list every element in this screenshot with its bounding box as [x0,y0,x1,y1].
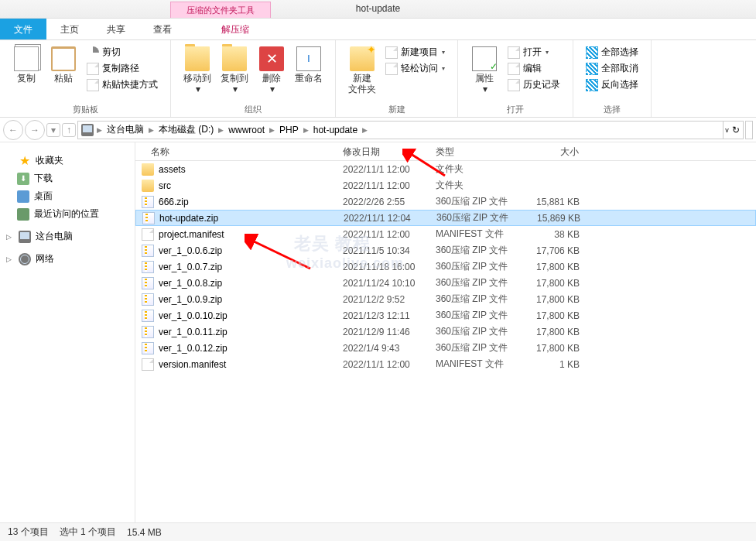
file-type: 360压缩 ZIP 文件 [429,244,524,257]
easy-access-button[interactable]: 轻松访问▾ [384,61,446,76]
file-date: 2022/2/26 2:55 [337,197,429,207]
nav-network[interactable]: ▷网络 [0,250,135,268]
pc-icon [19,231,31,243]
up-button[interactable]: ↑ [62,123,76,137]
crumb-1[interactable]: 本地磁盘 (D:) [156,123,217,136]
search-input[interactable] [745,121,753,139]
group-label-open: 打开 [466,102,565,117]
tab-file[interactable]: 文件 [0,19,46,39]
crumb-4[interactable]: hot-update [310,125,361,135]
cut-button[interactable]: 剪切 [85,45,159,60]
file-name: assets [159,164,186,175]
file-date: 2022/11/1 12:00 [337,164,429,175]
crumb-3[interactable]: PHP [276,125,302,135]
star-icon: ★ [19,155,31,167]
copy-to-button[interactable]: 复制到▾ [216,43,253,97]
file-row[interactable]: version.manifest2022/11/1 12:00MANIFEST … [135,356,756,372]
crumb-0[interactable]: 这台电脑 [104,123,147,136]
edit-icon [508,63,520,75]
group-label-select: 选择 [581,102,643,117]
breadcrumb[interactable]: ▶ 这台电脑▶ 本地磁盘 (D:)▶ wwwroot▶ PHP▶ hot-upd… [77,121,744,139]
paste-button[interactable]: 粘贴 [45,43,82,85]
refresh-button[interactable]: v↻ [723,121,741,139]
recent-locations-button[interactable]: ▾ [46,123,60,137]
open-button[interactable]: 打开▾ [506,45,562,60]
desktop-icon [17,190,29,203]
file-row[interactable]: project.manifest2022/11/1 12:00MANIFEST … [135,226,756,242]
invert-selection-button[interactable]: 反向选择 [584,77,640,92]
new-item-button[interactable]: 新建项目▾ [384,45,446,60]
nav-favorites[interactable]: ★收藏夹 [0,152,135,169]
window-title: hot-update [356,3,400,14]
col-name[interactable]: 名称 [135,142,337,160]
zip-icon [142,261,154,273]
file-row[interactable]: ver_1_0.0.6.zip2021/11/5 10:34360压缩 ZIP … [135,242,756,259]
chevron-right-icon[interactable]: ▷ [6,255,14,263]
column-headers: 名称 修改日期 类型 大小 [135,142,756,161]
file-type: 文件夹 [429,163,524,176]
nav-downloads[interactable]: 下载 [0,169,135,187]
select-none-button[interactable]: 全部取消 [584,61,640,76]
new-folder-icon [350,46,375,71]
ribbon-tabs: 文件 主页 共享 查看 解压缩 [0,19,756,40]
pc-icon [81,124,94,136]
file-row[interactable]: ver_1_0.0.11.zip2021/12/9 11:46360压缩 ZIP… [135,324,756,340]
tab-view[interactable]: 查看 [139,19,186,39]
history-button[interactable]: 历史记录 [506,77,562,92]
file-type: 360压缩 ZIP 文件 [429,325,524,338]
file-name: hot-update.zip [159,213,218,224]
file-row[interactable]: assets2022/11/1 12:00文件夹 [135,161,756,177]
file-list-pane: 名称 修改日期 类型 大小 assets2022/11/1 12:00文件夹sr… [135,142,756,537]
file-name: project.manifest [159,229,224,240]
copy-button[interactable]: 复制 [8,43,45,85]
network-icon [19,253,31,265]
file-name: src [159,180,171,191]
zip-icon [142,310,154,322]
file-row[interactable]: ver_1_0.0.12.zip2022/1/4 9:43360压缩 ZIP 文… [135,340,756,356]
copy-icon [14,46,39,71]
file-size: 15,869 KB [525,213,587,224]
file-row[interactable]: hot-update.zip2022/11/1 12:04360压缩 ZIP 文… [135,210,756,226]
tab-share[interactable]: 共享 [93,19,139,39]
file-size: 1 KB [524,359,586,370]
file-type: 360压缩 ZIP 文件 [429,276,524,289]
col-type[interactable]: 类型 [429,142,524,160]
crumb-2[interactable]: wwwroot [225,125,268,135]
tab-home[interactable]: 主页 [46,19,93,39]
group-label-new: 新建 [344,102,450,117]
back-button[interactable]: ← [3,120,23,140]
rename-button[interactable]: 重命名 [290,43,327,85]
file-row[interactable]: 666.zip2022/2/26 2:55360压缩 ZIP 文件15,881 … [135,193,756,210]
paste-shortcut-button[interactable]: 粘贴快捷方式 [85,77,159,92]
file-type: 360压缩 ZIP 文件 [429,293,524,306]
file-row[interactable]: ver_1_0.0.7.zip2021/11/18 16:00360压缩 ZIP… [135,259,756,275]
edit-button[interactable]: 编辑 [506,61,562,76]
file-row[interactable]: ver_1_0.0.8.zip2021/11/24 10:10360压缩 ZIP… [135,275,756,291]
file-row[interactable]: ver_1_0.0.10.zip2021/12/3 12:11360压缩 ZIP… [135,307,756,324]
move-to-button[interactable]: 移动到▾ [179,43,216,97]
nav-desktop[interactable]: 桌面 [0,187,135,205]
col-date[interactable]: 修改日期 [337,142,429,160]
new-folder-button[interactable]: 新建 文件夹 [344,43,381,97]
file-size: 17,706 KB [524,245,586,256]
file-name: ver_1_0.0.7.zip [159,262,222,272]
nav-this-pc[interactable]: ▷这台电脑 [0,228,135,245]
file-row[interactable]: ver_1_0.0.9.zip2021/12/2 9:52360压缩 ZIP 文… [135,291,756,307]
tab-extract[interactable]: 解压缩 [207,19,263,39]
file-type: MANIFEST 文件 [429,228,524,241]
chevron-right-icon[interactable]: ▷ [6,233,14,241]
file-row[interactable]: src2022/11/1 12:00文件夹 [135,177,756,193]
delete-button[interactable]: 删除▾ [253,43,290,97]
forward-button[interactable]: → [25,120,45,140]
col-size[interactable]: 大小 [524,142,586,160]
group-open: 属性▾ 打开▾ 编辑 历史记录 打开 [458,40,573,117]
copy-path-button[interactable]: 复制路径 [85,61,159,76]
properties-button[interactable]: 属性▾ [466,43,503,97]
zip-icon [142,326,154,338]
nav-recent[interactable]: 最近访问的位置 [0,205,135,223]
file-size: 17,800 KB [524,310,586,321]
file-date: 2022/11/1 12:04 [337,213,430,224]
shortcut-icon [87,79,99,91]
chevron-right-icon[interactable]: ▶ [95,126,104,134]
select-all-button[interactable]: 全部选择 [584,45,640,60]
